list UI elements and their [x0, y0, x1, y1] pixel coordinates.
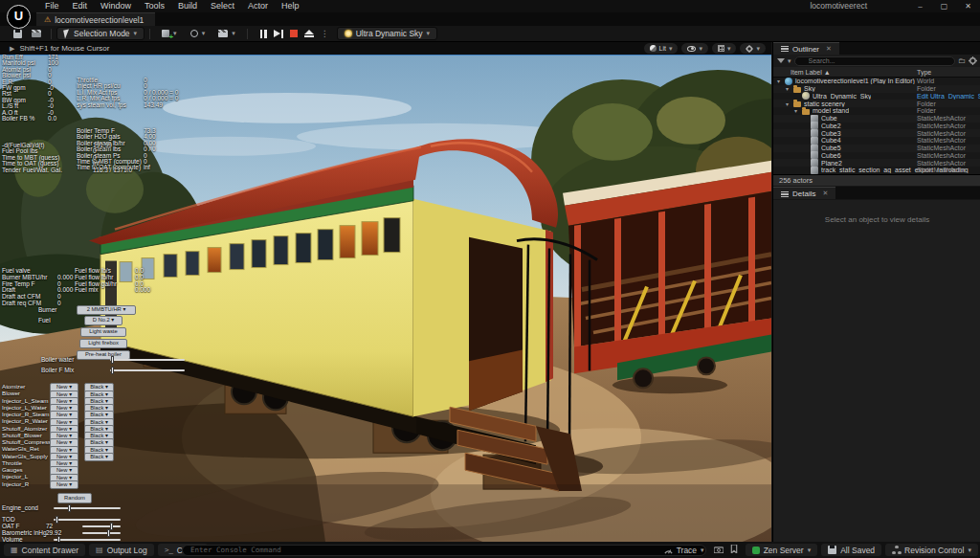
show-flags-dropdown[interactable]: ▾: [681, 43, 708, 54]
pause-button[interactable]: [260, 30, 267, 38]
hud-slider-row[interactable]: Engine_cond: [2, 504, 126, 512]
menu-item[interactable]: File: [38, 0, 66, 12]
trace-dropdown[interactable]: Trace▾: [657, 544, 711, 556]
menu-item[interactable]: Help: [275, 0, 306, 12]
burner-rate-dropdown[interactable]: 2 MMBTU/HR ▾: [77, 305, 136, 315]
console-command-input[interactable]: [182, 545, 706, 556]
minimize-button[interactable]: –: [908, 0, 932, 12]
blueprints-dropdown[interactable]: ▾: [184, 29, 212, 38]
outliner-row[interactable]: Plane2 StaticMeshActor: [773, 159, 980, 167]
output-log-button[interactable]: ▤ Output Log: [89, 544, 154, 556]
hud-control-row: Injector_R_Water New ▾ Black ▾: [2, 417, 126, 424]
outliner-settings-gear-icon[interactable]: [969, 56, 977, 65]
outliner-row[interactable]: Cube StaticMeshActor: [773, 115, 980, 123]
gear-icon: [746, 45, 753, 53]
cinematics-dropdown[interactable]: ▾: [212, 29, 242, 38]
menu-item[interactable]: Build: [171, 0, 204, 12]
save-icon[interactable]: [11, 28, 24, 39]
menu-item[interactable]: Edit: [66, 0, 95, 12]
outliner-row[interactable]: Cube2 StaticMeshActor: [773, 123, 980, 130]
actor-type-icon: [811, 167, 818, 174]
selection-mode-dropdown[interactable]: Selection Mode▾: [56, 27, 145, 40]
close-icon[interactable]: ✕: [822, 190, 828, 197]
clapperboard-icon: [218, 30, 228, 37]
revision-control-dropdown[interactable]: Revision Control▾: [885, 544, 978, 556]
level-tab-label: locomotiveerectionlevel1: [55, 15, 144, 25]
viewport-settings-dropdown[interactable]: ▾: [740, 43, 766, 54]
hud-stat-row: Boiler FB %0.0: [2, 116, 35, 122]
viewport-hint-bar: ▶ Shift+F1 for Mouse Cursor Lit▾ ▾ ▾ ▾: [0, 42, 771, 55]
add-cube-icon: [162, 30, 169, 37]
menu-item[interactable]: Select: [204, 0, 241, 12]
menu-item[interactable]: Tools: [138, 0, 171, 12]
light-firebox-button[interactable]: Light firebox: [79, 339, 127, 348]
actor-type: StaticMeshActor: [917, 137, 966, 144]
hud-control-row: Injector_L_Steam New ▾ Black ▾: [2, 397, 126, 404]
tab-row: ⚠ locomotiveerectionlevel1: [0, 12, 980, 26]
add-actor-dropdown[interactable]: ▾: [155, 29, 184, 38]
unreal-editor-window: U FileEditWindowToolsBuildSelectActorHel…: [0, 0, 980, 558]
ultra-dynamic-sky-dropdown[interactable]: Ultra Dynamic Sky▾: [337, 27, 437, 40]
right-panel-column: Outliner✕ ▾ 🗀 Item Label ▲ Type ▾ locomo…: [772, 42, 980, 542]
column-type[interactable]: Type: [917, 67, 931, 78]
actor-type: World: [917, 78, 934, 84]
outliner-row[interactable]: Cube4 StaticMeshActor: [773, 137, 980, 145]
new-folder-icon[interactable]: 🗀: [958, 56, 966, 65]
sun-icon: [345, 30, 352, 37]
handle-new-dropdown[interactable]: New ▾: [50, 480, 78, 490]
hud-slider[interactable]: Boiler water: [41, 356, 146, 364]
fuel-type-dropdown[interactable]: D No.2 ▾: [84, 316, 122, 325]
zen-server-dropdown[interactable]: Zen Server▾: [746, 544, 818, 556]
outliner-row[interactable]: ▾ Sky Folder: [773, 85, 980, 93]
expander-icon[interactable]: ▾: [786, 85, 793, 92]
warning-icon: ⚠: [44, 15, 51, 24]
browse-content-icon[interactable]: [30, 28, 43, 39]
actor-label: model stand: [813, 107, 849, 114]
tab-outliner[interactable]: Outliner✕: [773, 42, 839, 55]
outliner-row[interactable]: ▾ static scenery Folder: [773, 100, 980, 107]
outliner-row[interactable]: Cube3 StaticMeshActor: [773, 129, 980, 137]
close-icon[interactable]: ✕: [826, 45, 832, 53]
stop-button[interactable]: [290, 30, 298, 37]
content-drawer-button[interactable]: ▦ Content Drawer: [4, 544, 85, 556]
level-tab[interactable]: ⚠ locomotiveerectionlevel1: [36, 12, 155, 26]
filter-chevron-icon[interactable]: ▾: [788, 57, 791, 65]
frame-skip-button[interactable]: [274, 30, 283, 38]
outliner-row[interactable]: Cube6 StaticMeshActor: [773, 152, 980, 160]
random-button[interactable]: Random: [57, 493, 92, 503]
actor-type-icon: [811, 159, 818, 167]
tab-details[interactable]: Details✕: [773, 187, 835, 199]
screenshot-icon[interactable]: [711, 546, 726, 555]
outliner-row[interactable]: ▾ model stand Folder: [773, 107, 980, 115]
status-bar: ▦ Content Drawer ▤ Output Log >_ Cmd▾ Tr…: [0, 542, 980, 558]
expander-icon[interactable]: ▾: [777, 78, 785, 84]
light-waste-button[interactable]: Light waste: [80, 327, 126, 337]
close-button[interactable]: ✕: [956, 0, 980, 12]
outliner-row[interactable]: Cube5 StaticMeshActor: [773, 145, 980, 152]
hud-slider[interactable]: Boiler F Mix: [41, 367, 146, 374]
actor-label: Ultra_Dynamic_Sky: [813, 93, 871, 100]
column-item-label[interactable]: Item Label ▲: [791, 67, 831, 78]
outliner-search-input[interactable]: [794, 56, 955, 66]
filter-icon[interactable]: [777, 58, 785, 63]
bookmark-icon[interactable]: [726, 545, 742, 555]
all-saved-button[interactable]: All Saved: [821, 544, 881, 556]
view-options-dropdown[interactable]: ▾: [712, 43, 737, 54]
hud-control-row: Throttle New ▾: [2, 459, 126, 466]
playback-options-icon[interactable]: ⋮: [321, 29, 329, 38]
eject-button[interactable]: [304, 30, 314, 38]
outliner-row[interactable]: Ultra_Dynamic_Sky Edit Ultra_Dynamic_Sky: [773, 93, 980, 100]
actor-label: Cube3: [821, 130, 841, 137]
view-mode-dropdown[interactable]: Lit▾: [644, 43, 679, 54]
menu-item[interactable]: Actor: [241, 0, 275, 12]
outliner-row[interactable]: track_static_section_ag_asset_export_rai…: [773, 167, 980, 174]
hud-stats-steam: Throttle0Inject HR psi/cu0L.I. Mix Act f…: [77, 78, 126, 108]
maximize-button[interactable]: ▢: [932, 0, 956, 12]
actor-label: Cube6: [821, 152, 841, 159]
hud-stat-row: Fuel mix0.000: [75, 287, 117, 294]
expander-icon[interactable]: ▾: [786, 100, 793, 107]
expander-icon[interactable]: ▾: [794, 107, 802, 114]
menu-item[interactable]: Window: [94, 0, 138, 12]
actor-type-icon: [811, 137, 818, 145]
outliner-row[interactable]: ▾ locomotiveerectionlevel1 (Play In Edit…: [773, 78, 980, 85]
